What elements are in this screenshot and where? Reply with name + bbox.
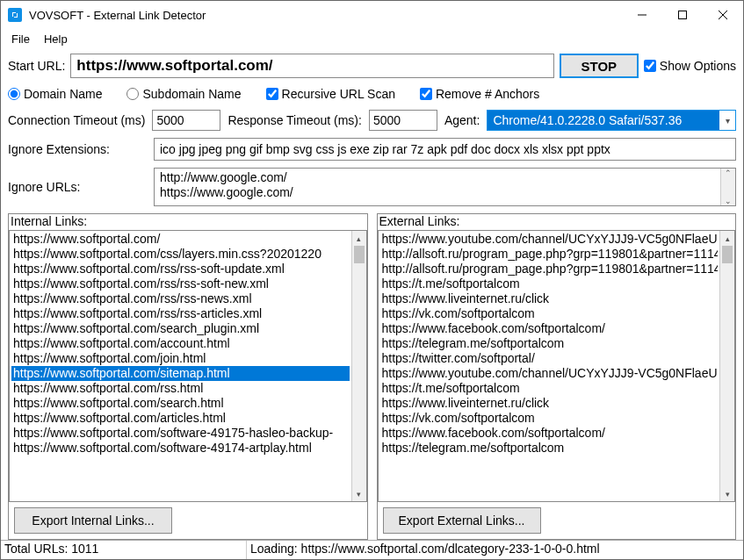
menu-bar: File Help — [1, 29, 743, 48]
list-item[interactable]: http://allsoft.ru/program_page.php?grp=1… — [380, 247, 719, 262]
domain-name-radio[interactable]: Domain Name — [8, 87, 102, 101]
show-options-checkbox[interactable]: Show Options — [644, 59, 736, 73]
list-item[interactable]: https://www.softportal.com/rss/rss-soft-… — [11, 262, 350, 276]
status-bar: Total URLs: 1011 Loading: https://www.so… — [1, 540, 743, 559]
list-item[interactable]: https://www.softportal.com/search_plugin… — [11, 321, 350, 336]
list-item[interactable]: https://www.softportal.com/join.html — [11, 351, 350, 366]
export-internal-button[interactable]: Export Internal Links... — [14, 507, 172, 534]
export-external-button[interactable]: Export External Links... — [383, 507, 541, 534]
list-item[interactable]: https://telegram.me/softportalcom — [380, 441, 719, 456]
conn-timeout-input[interactable] — [152, 110, 220, 131]
resp-timeout-input[interactable] — [369, 110, 437, 131]
list-item[interactable]: https://www.softportal.com/search.html — [11, 396, 350, 411]
list-item[interactable]: https://www.youtube.com/channel/UCYxYJJJ… — [380, 232, 719, 247]
window-title: VOVSOFT - External Link Detector — [29, 9, 622, 22]
list-item[interactable]: https://t.me/softportalcom — [380, 381, 719, 396]
list-item[interactable]: https://www.softportal.com/articles.html — [11, 411, 350, 426]
minimize-button[interactable] — [622, 1, 662, 29]
maximize-button[interactable] — [662, 1, 703, 29]
stop-button[interactable]: STOP — [560, 54, 639, 78]
list-item[interactable]: https://twitter.com/softportal/ — [380, 351, 719, 366]
list-item[interactable]: https://www.softportal.com/rss.html — [11, 381, 350, 396]
menu-file[interactable]: File — [6, 31, 35, 47]
list-item[interactable]: https://telegram.me/softportalcom — [380, 336, 719, 351]
list-item[interactable]: https://www.softportal.com/ — [11, 232, 350, 247]
show-options-input[interactable] — [644, 60, 656, 72]
status-loading: Loading: https://www.softportal.com/dlca… — [247, 541, 743, 559]
internal-links-list[interactable]: https://www.softportal.com/https://www.s… — [9, 230, 367, 502]
list-item[interactable]: https://www.softportal.com/software-4917… — [11, 426, 350, 441]
scrollbar[interactable]: ▴ ▾ — [719, 231, 734, 501]
ignore-ext-input[interactable] — [154, 138, 736, 161]
internal-links-panel: Internal Links: https://www.softportal.c… — [8, 213, 368, 540]
list-item[interactable]: https://www.facebook.com/softportalcom/ — [380, 426, 719, 441]
menu-help[interactable]: Help — [39, 31, 73, 47]
start-url-label: Start URL: — [8, 59, 65, 73]
app-icon — [8, 8, 22, 22]
title-bar: VOVSOFT - External Link Detector — [1, 1, 743, 29]
agent-select[interactable]: Chrome/41.0.2228.0 Safari/537.36 ▾ — [487, 110, 736, 131]
chevron-down-icon: ▾ — [719, 116, 735, 126]
scrollbar[interactable]: ▴ ▾ — [351, 231, 366, 501]
external-links-list[interactable]: https://www.youtube.com/channel/UCYxYJJJ… — [378, 230, 736, 502]
scrollbar[interactable]: ⌃⌄ — [720, 169, 735, 205]
list-item[interactable]: https://www.liveinternet.ru/click — [380, 396, 719, 411]
external-links-label: External Links: — [378, 214, 736, 230]
list-item[interactable]: https://www.softportal.com/account.html — [11, 336, 350, 351]
close-button[interactable] — [703, 1, 743, 29]
internal-links-label: Internal Links: — [9, 214, 367, 230]
list-item[interactable]: https://www.softportal.com/css/layers.mi… — [11, 247, 350, 262]
list-item[interactable]: https://www.youtube.com/channel/UCYxYJJJ… — [380, 366, 719, 381]
status-total: Total URLs: 1011 — [1, 541, 247, 559]
resp-timeout-label: Response Timeout (ms): — [228, 113, 362, 127]
list-item[interactable]: https://www.softportal.com/rss/rss-artic… — [11, 306, 350, 321]
agent-label: Agent: — [444, 113, 480, 127]
list-item[interactable]: https://vk.com/softportalcom — [380, 411, 719, 426]
list-item[interactable]: https://www.liveinternet.ru/click — [380, 291, 719, 306]
start-url-input[interactable] — [70, 54, 553, 78]
subdomain-name-radio[interactable]: Subdomain Name — [126, 87, 241, 101]
remove-anchors-checkbox[interactable]: Remove # Anchors — [420, 87, 539, 101]
list-item[interactable]: https://www.softportal.com/rss/rss-soft-… — [11, 276, 350, 291]
list-item[interactable]: https://www.softportal.com/sitemap.html — [11, 366, 350, 381]
ignore-urls-label: Ignore URLs: — [8, 180, 147, 194]
list-item[interactable]: https://vk.com/softportalcom — [380, 306, 719, 321]
list-item[interactable]: http://allsoft.ru/program_page.php?grp=1… — [380, 262, 719, 276]
recursive-scan-checkbox[interactable]: Recursive URL Scan — [266, 87, 395, 101]
list-item[interactable]: https://www.softportal.com/software-4917… — [11, 441, 350, 456]
list-item[interactable]: https://www.facebook.com/softportalcom/ — [380, 321, 719, 336]
external-links-panel: External Links: https://www.youtube.com/… — [377, 213, 737, 540]
conn-timeout-label: Connection Timeout (ms) — [8, 113, 145, 127]
ignore-ext-label: Ignore Extensions: — [8, 142, 147, 156]
ignore-urls-input[interactable]: http://www.google.com/ https://www.googl… — [154, 168, 736, 206]
list-item[interactable]: https://www.softportal.com/rss/rss-news.… — [11, 291, 350, 306]
list-item[interactable]: https://t.me/softportalcom — [380, 276, 719, 291]
svg-rect-0 — [679, 11, 687, 19]
